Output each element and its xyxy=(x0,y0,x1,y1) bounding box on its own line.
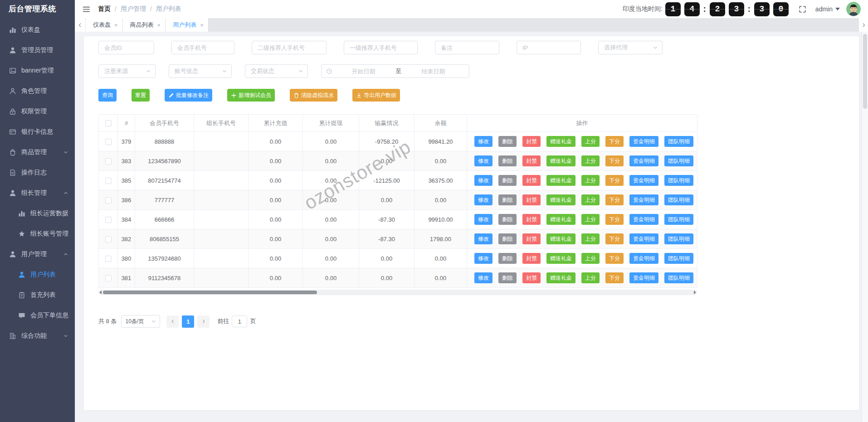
deduct-score-button[interactable]: 下分 xyxy=(605,155,624,166)
row-checkbox[interactable] xyxy=(105,236,112,243)
sidebar-item-7[interactable]: 操作日志 xyxy=(0,162,75,183)
sidebar-item-9[interactable]: 组长运营数据 xyxy=(0,203,75,223)
close-icon[interactable]: × xyxy=(157,22,161,28)
edit-button[interactable]: 修改 xyxy=(474,214,493,225)
hamburger-icon[interactable] xyxy=(82,5,91,14)
team-detail-button[interactable]: 团队明细 xyxy=(664,175,693,186)
deduct-score-button[interactable]: 下分 xyxy=(605,214,624,225)
gift-bonus-button[interactable]: 赠送礼金 xyxy=(546,272,575,283)
ban-button[interactable]: 封禁 xyxy=(522,194,541,205)
funds-detail-button[interactable]: 资金明细 xyxy=(629,194,658,205)
date-range-picker[interactable]: 至 xyxy=(321,64,469,78)
horizontal-scrollbar-thumb[interactable] xyxy=(103,291,317,294)
delete-button[interactable]: 删除 xyxy=(498,272,517,283)
delete-button[interactable]: 删除 xyxy=(498,136,517,147)
prev-page-button[interactable] xyxy=(166,315,179,328)
gift-bonus-button[interactable]: 赠送礼金 xyxy=(546,214,575,225)
agent-select[interactable]: 选择代理 xyxy=(598,41,663,54)
breadcrumb-home[interactable]: 首页 xyxy=(98,5,111,13)
team-detail-button[interactable]: 团队明细 xyxy=(664,233,693,244)
row-checkbox[interactable] xyxy=(105,158,112,165)
batch-edit-remark-button[interactable]: 批量修改备注 xyxy=(165,89,212,102)
sidebar-item-14[interactable]: 会员下单信息 xyxy=(0,305,75,325)
close-icon[interactable]: × xyxy=(200,22,204,28)
sidebar-item-11[interactable]: 用户管理 xyxy=(0,244,75,264)
tab-2[interactable]: 用户列表× xyxy=(166,18,209,32)
edit-button[interactable]: 修改 xyxy=(474,253,493,264)
add-score-button[interactable]: 上分 xyxy=(581,155,600,166)
row-checkbox[interactable] xyxy=(105,256,112,262)
add-score-button[interactable]: 上分 xyxy=(581,233,600,244)
deduct-score-button[interactable]: 下分 xyxy=(605,136,624,147)
row-checkbox[interactable] xyxy=(105,178,112,184)
edit-button[interactable]: 修改 xyxy=(474,233,493,244)
ban-button[interactable]: 封禁 xyxy=(522,175,541,186)
sidebar-item-0[interactable]: 仪表盘 xyxy=(0,19,75,40)
member-id-input[interactable] xyxy=(98,41,154,54)
sidebar-item-12[interactable]: 用户列表 xyxy=(0,264,75,285)
row-checkbox[interactable] xyxy=(105,217,112,223)
team-detail-button[interactable]: 团队明细 xyxy=(664,253,693,264)
tabs-scroll-right-button[interactable] xyxy=(858,18,868,32)
scroll-left-arrow-icon[interactable] xyxy=(99,291,102,294)
gift-bonus-button[interactable]: 赠送礼金 xyxy=(546,194,575,205)
add-score-button[interactable]: 上分 xyxy=(581,194,600,205)
add-score-button[interactable]: 上分 xyxy=(581,175,600,186)
delete-button[interactable]: 删除 xyxy=(498,155,517,166)
ban-button[interactable]: 封禁 xyxy=(522,253,541,264)
deduct-score-button[interactable]: 下分 xyxy=(605,253,624,264)
end-date-input[interactable] xyxy=(402,68,464,75)
horizontal-scrollbar[interactable] xyxy=(98,290,697,295)
delete-button[interactable]: 删除 xyxy=(498,194,517,205)
sidebar-item-3[interactable]: 角色管理 xyxy=(0,81,75,101)
sidebar-item-4[interactable]: 权限管理 xyxy=(0,101,75,121)
funds-detail-button[interactable]: 资金明细 xyxy=(629,272,658,283)
funds-detail-button[interactable]: 资金明细 xyxy=(629,155,658,166)
edit-button[interactable]: 修改 xyxy=(474,175,493,186)
sidebar-item-8[interactable]: 组长管理 xyxy=(0,183,75,203)
team-detail-button[interactable]: 团队明细 xyxy=(664,272,693,283)
tab-0[interactable]: 仪表盘× xyxy=(86,18,123,32)
sidebar-item-15[interactable]: 综合功能 xyxy=(0,325,75,346)
funds-detail-button[interactable]: 资金明细 xyxy=(629,136,658,147)
ban-button[interactable]: 封禁 xyxy=(522,233,541,244)
account-status-select[interactable]: 账号状态 xyxy=(169,64,232,78)
ip-input[interactable] xyxy=(517,41,581,54)
gift-bonus-button[interactable]: 赠送礼金 xyxy=(546,253,575,264)
team-detail-button[interactable]: 团队明细 xyxy=(664,155,693,166)
register-source-select[interactable]: 注册来源 xyxy=(98,64,156,78)
team-detail-button[interactable]: 团队明细 xyxy=(664,214,693,225)
funds-detail-button[interactable]: 资金明细 xyxy=(629,233,658,244)
delete-button[interactable]: 删除 xyxy=(498,214,517,225)
reset-button[interactable]: 重置 xyxy=(132,89,150,102)
delete-button[interactable]: 删除 xyxy=(498,175,517,186)
ban-button[interactable]: 封禁 xyxy=(522,155,541,166)
level2-referrer-phone-input[interactable] xyxy=(252,41,327,54)
edit-button[interactable]: 修改 xyxy=(474,136,493,147)
row-checkbox[interactable] xyxy=(105,139,112,145)
search-button[interactable]: 查询 xyxy=(98,89,117,102)
gift-bonus-button[interactable]: 赠送礼金 xyxy=(546,233,575,244)
gift-bonus-button[interactable]: 赠送礼金 xyxy=(546,175,575,186)
trade-status-select[interactable]: 交易状态 xyxy=(245,64,308,78)
next-page-button[interactable] xyxy=(197,315,210,328)
select-all-checkbox[interactable] xyxy=(105,120,112,126)
page-1-button[interactable]: 1 xyxy=(182,315,194,328)
vertical-scrollbar[interactable] xyxy=(862,32,868,422)
sidebar-item-10[interactable]: 组长账号管理 xyxy=(0,223,75,244)
fullscreen-icon[interactable] xyxy=(799,5,806,13)
member-phone-input[interactable] xyxy=(171,41,234,54)
export-user-data-button[interactable]: 导出用户数据 xyxy=(352,89,400,102)
funds-detail-button[interactable]: 资金明细 xyxy=(629,253,658,264)
sidebar-item-5[interactable]: 银行卡信息 xyxy=(0,121,75,142)
row-checkbox[interactable] xyxy=(105,197,112,204)
edit-button[interactable]: 修改 xyxy=(474,194,493,205)
goto-page-input[interactable] xyxy=(232,315,247,327)
delete-button[interactable]: 删除 xyxy=(498,233,517,244)
funds-detail-button[interactable]: 资金明细 xyxy=(629,214,658,225)
team-detail-button[interactable]: 团队明细 xyxy=(664,194,693,205)
sidebar-item-13[interactable]: 首充列表 xyxy=(0,285,75,305)
delete-button[interactable]: 删除 xyxy=(498,253,517,264)
ban-button[interactable]: 封禁 xyxy=(522,272,541,283)
vertical-scrollbar-thumb[interactable] xyxy=(863,34,867,109)
